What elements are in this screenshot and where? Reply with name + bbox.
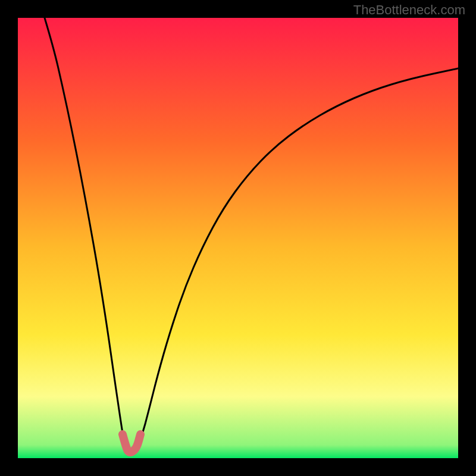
watermark-text: TheBottleneck.com bbox=[353, 2, 465, 18]
bottleneck-curve-chart bbox=[18, 18, 458, 458]
chart-area bbox=[18, 18, 458, 458]
